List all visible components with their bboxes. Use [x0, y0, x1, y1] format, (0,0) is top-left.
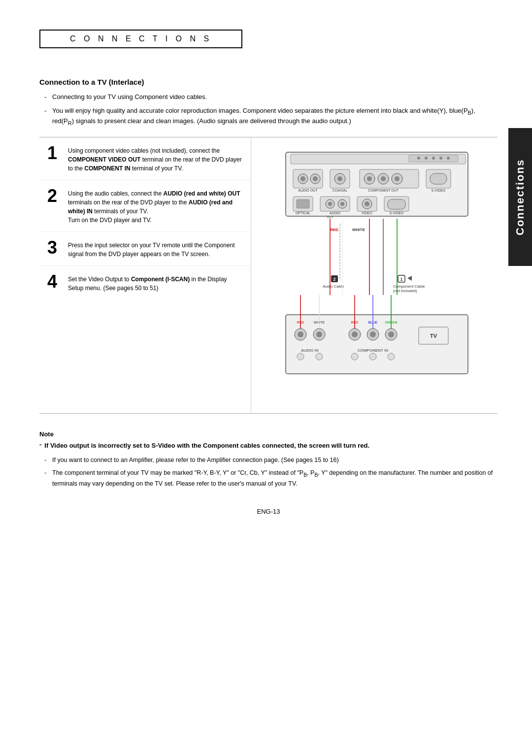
svg-point-10 [300, 176, 305, 181]
intro-bullet-1: Connecting to your TV using Component vi… [44, 92, 498, 102]
step-2-text: Using the audio cables, connect the AUDI… [68, 187, 243, 225]
step-1-number: 1 [47, 144, 62, 162]
side-tab-label: Connections [514, 159, 527, 235]
svg-point-6 [439, 157, 442, 160]
svg-rect-27 [430, 173, 447, 184]
svg-text:AUDIO OUT: AUDIO OUT [299, 189, 318, 192]
step-1: 1 Using component video cables (not incl… [39, 137, 251, 180]
svg-point-75 [370, 331, 376, 337]
svg-text:AUDIO: AUDIO [330, 211, 341, 215]
step-4-number: 4 [47, 273, 62, 291]
step-3-number: 3 [47, 239, 62, 257]
diagram-column: AUDIO OUT COAXIAL COMPONENT OUT S-VIDE [251, 137, 498, 413]
page: Connections C O N N E C T I O N S Connec… [0, 0, 532, 756]
svg-marker-56 [407, 276, 412, 281]
note-section: Note If Video output is incorrectly set … [39, 426, 498, 488]
steps-column: 1 Using component video cables (not incl… [39, 137, 251, 413]
svg-point-69 [298, 331, 303, 337]
svg-text:OUT: OUT [327, 216, 333, 219]
chapter-title: C O N N E C T I O N S [70, 34, 212, 43]
page-number-text: ENG-13 [257, 508, 280, 515]
svg-text:1: 1 [400, 277, 402, 282]
svg-text:TV: TV [430, 333, 437, 339]
svg-text:RED: RED [330, 228, 338, 232]
note-bullets: If you want to connect to an Amplifier, … [39, 456, 498, 489]
connection-diagram: AUDIO OUT COAXIAL COMPONENT OUT S-VIDE [256, 147, 493, 403]
svg-text:S-VIDEO: S-VIDEO [390, 211, 404, 215]
svg-text:WHITE: WHITE [352, 228, 365, 232]
step-3: 3 Press the input selector on your TV re… [39, 232, 251, 266]
step-4: 4 Set the Video Output to Component (I-S… [39, 266, 251, 299]
svg-point-77 [388, 331, 394, 337]
svg-point-22 [381, 176, 386, 181]
svg-point-24 [395, 176, 399, 181]
svg-text:COAXIAL: COAXIAL [332, 189, 347, 192]
intro-bullets: Connecting to your TV using Component vi… [39, 92, 498, 127]
svg-point-16 [337, 176, 342, 181]
svg-text:S-VIDEO: S-VIDEO [432, 189, 446, 192]
chapter-header: C O N N E C T I O N S [39, 30, 242, 48]
svg-point-90 [369, 353, 376, 360]
section-title-text: Connection to a TV (Interlace) [39, 78, 144, 86]
svg-point-34 [328, 202, 332, 206]
note-label-text: Note [39, 430, 54, 438]
svg-point-89 [351, 353, 358, 360]
note-bullet-1: If you want to connect to an Amplifier, … [44, 456, 498, 465]
svg-text:Audio Cable: Audio Cable [323, 284, 344, 289]
svg-text:AUDIO IN: AUDIO IN [301, 348, 319, 353]
svg-point-20 [367, 176, 372, 181]
svg-text:Component Cable: Component Cable [393, 284, 425, 289]
svg-rect-44 [388, 199, 405, 209]
note-primary-text: If Video output is incorrectly set to S-… [44, 441, 369, 451]
svg-point-87 [297, 353, 304, 360]
svg-point-41 [365, 201, 369, 206]
svg-point-36 [340, 202, 344, 206]
side-tab: Connections [508, 128, 532, 266]
svg-point-91 [388, 353, 395, 360]
svg-text:2: 2 [333, 277, 335, 282]
note-bullet-2: The component terminal of your TV may be… [44, 468, 498, 488]
svg-rect-30 [297, 199, 309, 208]
step-2: 2 Using the audio cables, connect the AU… [39, 180, 251, 232]
step-3-text: Press the input selector on your TV remo… [68, 239, 243, 259]
step-1-text: Using component video cables (not includ… [68, 144, 243, 173]
step-4-text: Set the Video Output to Component (I-SCA… [68, 273, 243, 293]
intro-bullet-2: You will enjoy high quality and accurate… [44, 106, 498, 128]
note-label: Note [39, 430, 498, 438]
page-number: ENG-13 [39, 508, 498, 515]
svg-text:COMPONENT OUT: COMPONENT OUT [368, 189, 399, 192]
svg-point-4 [425, 157, 428, 160]
svg-point-7 [447, 157, 450, 160]
main-content: 1 Using component video cables (not incl… [39, 137, 498, 414]
svg-point-71 [316, 331, 322, 337]
svg-point-3 [417, 157, 420, 160]
svg-point-12 [313, 176, 318, 181]
svg-point-5 [432, 157, 435, 160]
svg-text:OPTICAL: OPTICAL [296, 211, 310, 215]
svg-point-73 [352, 331, 358, 337]
section-title: Connection to a TV (Interlace) [39, 78, 498, 86]
svg-text:COMPONENT IN: COMPONENT IN [358, 348, 388, 353]
svg-point-88 [316, 353, 323, 360]
svg-text:VIDEO: VIDEO [362, 211, 372, 215]
step-2-number: 2 [47, 187, 62, 205]
note-primary: If Video output is incorrectly set to S-… [39, 441, 498, 451]
